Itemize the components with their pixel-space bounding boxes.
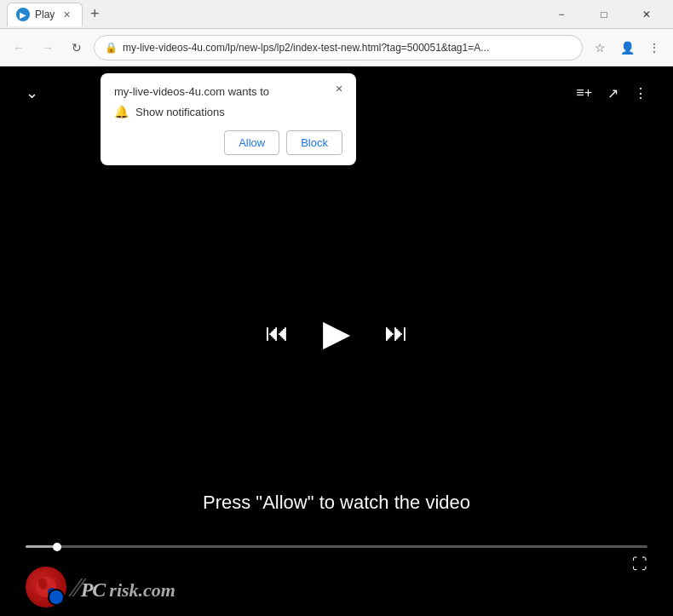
reload-button[interactable]: ↻ bbox=[65, 36, 89, 60]
bookmark-button[interactable]: ☆ bbox=[588, 36, 612, 60]
tab-icon: ▶ bbox=[16, 8, 30, 21]
svg-point-2 bbox=[48, 588, 56, 596]
popup-close-button[interactable]: × bbox=[331, 80, 348, 97]
tab-close-button[interactable]: ✕ bbox=[60, 8, 73, 21]
popup-buttons: Allow Block bbox=[114, 130, 342, 155]
title-bar: ▶ Play ✕ + − □ ✕ bbox=[0, 0, 673, 29]
logo-svg bbox=[34, 575, 58, 599]
watermark-domain: risk.com bbox=[109, 579, 175, 601]
back-button[interactable]: ← bbox=[7, 36, 31, 60]
chevron-down-icon[interactable]: ⌄ bbox=[26, 83, 38, 102]
close-button[interactable]: ✕ bbox=[627, 0, 666, 29]
maximize-button[interactable]: □ bbox=[584, 0, 624, 29]
fullscreen-button[interactable]: ⛶ bbox=[632, 556, 647, 573]
block-button[interactable]: Block bbox=[286, 130, 342, 155]
player-message: Press "Allow" to watch the video bbox=[0, 492, 673, 514]
popup-title: my-live-videos-4u.com wants to bbox=[114, 85, 342, 98]
window-controls: − □ ✕ bbox=[542, 0, 666, 29]
profile-button[interactable]: 👤 bbox=[615, 36, 639, 60]
tab-title: Play bbox=[35, 9, 55, 20]
new-tab-button[interactable]: + bbox=[83, 3, 106, 26]
more-options-icon[interactable]: ⋮ bbox=[634, 85, 647, 101]
progress-dot bbox=[53, 543, 61, 551]
lock-icon: 🔒 bbox=[105, 42, 118, 54]
previous-button[interactable]: ⏮ bbox=[265, 319, 289, 347]
watermark: ∕∕PC risk.com bbox=[26, 567, 175, 607]
popup-item-text: Show notifications bbox=[135, 106, 225, 118]
play-button[interactable]: ▶ bbox=[323, 312, 350, 354]
popup-item: 🔔 Show notifications bbox=[114, 105, 342, 118]
player-center-controls: ⏮ ▶ ⏭ bbox=[265, 312, 408, 354]
url-text: my-live-videos-4u.com/lp/new-lps/lp2/ind… bbox=[123, 42, 572, 54]
tab-area: ▶ Play ✕ + bbox=[7, 3, 542, 26]
watermark-logo bbox=[26, 567, 66, 607]
player-progress-area: ↖ bbox=[26, 545, 647, 548]
next-button[interactable]: ⏭ bbox=[384, 319, 408, 347]
url-bar[interactable]: 🔒 my-live-videos-4u.com/lp/new-lps/lp2/i… bbox=[94, 35, 583, 60]
menu-button[interactable]: ⋮ bbox=[642, 36, 666, 60]
queue-icon[interactable]: ≡+ bbox=[576, 85, 592, 101]
allow-button[interactable]: Allow bbox=[224, 130, 279, 155]
forward-button[interactable]: → bbox=[36, 36, 60, 60]
watermark-text: ∕∕PC risk.com bbox=[73, 572, 175, 603]
toolbar-icons: ☆ 👤 ⋮ bbox=[588, 36, 666, 60]
browser-content: × my-live-videos-4u.com wants to 🔔 Show … bbox=[0, 66, 673, 616]
progress-bar[interactable] bbox=[26, 545, 647, 548]
share-icon[interactable]: ↗ bbox=[607, 85, 618, 101]
address-bar: ← → ↻ 🔒 my-live-videos-4u.com/lp/new-lps… bbox=[0, 29, 673, 66]
active-tab[interactable]: ▶ Play ✕ bbox=[7, 3, 83, 26]
player-top-right: ≡+ ↗ ⋮ bbox=[576, 85, 647, 101]
minimize-button[interactable]: − bbox=[542, 0, 581, 29]
notification-popup: × my-live-videos-4u.com wants to 🔔 Show … bbox=[101, 73, 356, 165]
bell-icon: 🔔 bbox=[114, 105, 129, 118]
